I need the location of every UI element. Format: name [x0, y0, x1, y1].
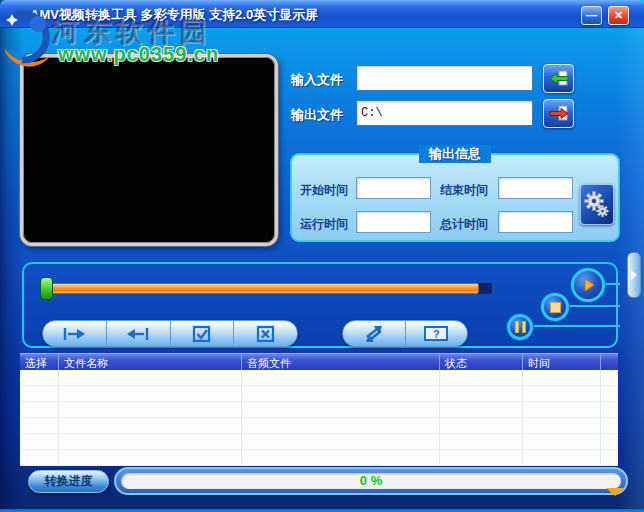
- file-table-body: [20, 370, 618, 466]
- table-row: [20, 418, 618, 434]
- table-row: [20, 402, 618, 418]
- gear-icon: [583, 190, 611, 220]
- run-time-label: 运行时间: [300, 216, 348, 233]
- help-icon: ?: [424, 326, 448, 341]
- bar-arrow-right-icon: [61, 326, 87, 342]
- seek-track-fill: [42, 283, 479, 294]
- start-time-label: 开始时间: [300, 182, 348, 199]
- deselect-all-button[interactable]: [233, 321, 297, 346]
- set-start-point-button[interactable]: [43, 321, 106, 346]
- select-all-button[interactable]: [170, 321, 234, 346]
- column-status[interactable]: 状态: [440, 354, 523, 370]
- close-icon: ✕: [614, 9, 623, 21]
- table-row: [20, 450, 618, 466]
- minimize-button[interactable]: —: [581, 6, 602, 25]
- end-time-field[interactable]: [498, 177, 573, 199]
- convert-arrows-icon: [362, 324, 386, 344]
- output-file-label: 输出文件: [291, 106, 343, 124]
- trim-toolbar: [42, 320, 298, 347]
- file-table-header: 选择 文件名称 音频文件 状态 时间: [20, 353, 618, 370]
- export-file-icon: [548, 104, 570, 123]
- conversion-progress-button[interactable]: 转换进度: [28, 470, 109, 493]
- stop-icon: [550, 302, 561, 313]
- output-info-panel: 输出信息 开始时间 结束时间 运行时间 总计时间: [290, 153, 620, 242]
- checkbox-checked-icon: [192, 325, 212, 343]
- seek-slider-thumb[interactable]: [40, 277, 53, 300]
- import-file-icon: [548, 69, 570, 88]
- browse-input-button[interactable]: [543, 64, 574, 93]
- end-time-label: 结束时间: [440, 182, 488, 199]
- total-time-field[interactable]: [498, 211, 573, 233]
- column-filler: [601, 354, 618, 370]
- player-panel: ?: [22, 262, 618, 348]
- checkbox-cross-icon: [256, 325, 276, 343]
- action-toolbar: ?: [342, 320, 468, 347]
- minimize-icon: —: [586, 9, 597, 21]
- pause-icon: [515, 321, 526, 333]
- pause-button[interactable]: [507, 314, 533, 340]
- table-row: [20, 434, 618, 450]
- column-select[interactable]: 选择: [20, 354, 59, 370]
- stop-button[interactable]: [541, 293, 569, 321]
- table-row: [20, 386, 618, 402]
- run-time-field[interactable]: [356, 211, 431, 233]
- play-icon: [579, 276, 597, 294]
- table-row: [20, 370, 618, 386]
- set-end-point-button[interactable]: [106, 321, 170, 346]
- browse-output-button[interactable]: [543, 99, 574, 128]
- side-drawer-handle[interactable]: [627, 252, 641, 298]
- column-time[interactable]: 时间: [523, 354, 601, 370]
- settings-button[interactable]: [580, 184, 614, 225]
- drawer-arrow-icon: [631, 270, 637, 280]
- total-time-label: 总计时间: [440, 216, 488, 233]
- stop-connector-line: [567, 305, 620, 307]
- column-audio-file[interactable]: 音频文件: [242, 354, 440, 370]
- play-button[interactable]: [571, 268, 605, 302]
- close-button[interactable]: ✕: [608, 6, 629, 25]
- column-file-name[interactable]: 文件名称: [59, 354, 242, 370]
- expand-handle-icon[interactable]: [606, 488, 624, 496]
- video-preview: [20, 54, 278, 246]
- progress-bar: 0 %: [114, 467, 628, 495]
- input-file-label: 输入文件: [291, 71, 343, 89]
- seek-track[interactable]: [42, 283, 492, 294]
- progress-value: 0 %: [121, 473, 621, 489]
- title-bar[interactable]: AMV视频转换工具 多彩专用版 支持2.0英寸显示屏 — ✕: [0, 0, 644, 28]
- bar-arrow-left-icon: [125, 326, 151, 342]
- input-file-field[interactable]: [356, 65, 533, 91]
- pause-connector-line: [531, 325, 620, 327]
- output-info-title: 输出信息: [419, 145, 491, 163]
- convert-button[interactable]: [343, 321, 405, 346]
- output-file-field[interactable]: [356, 100, 533, 126]
- help-button[interactable]: ?: [405, 321, 468, 346]
- start-time-field[interactable]: [356, 177, 431, 199]
- window-title: AMV视频转换工具 多彩专用版 支持2.0英寸显示屏: [30, 6, 318, 24]
- app-window: AMV视频转换工具 多彩专用版 支持2.0英寸显示屏 — ✕ 河东软件园 www…: [0, 0, 644, 512]
